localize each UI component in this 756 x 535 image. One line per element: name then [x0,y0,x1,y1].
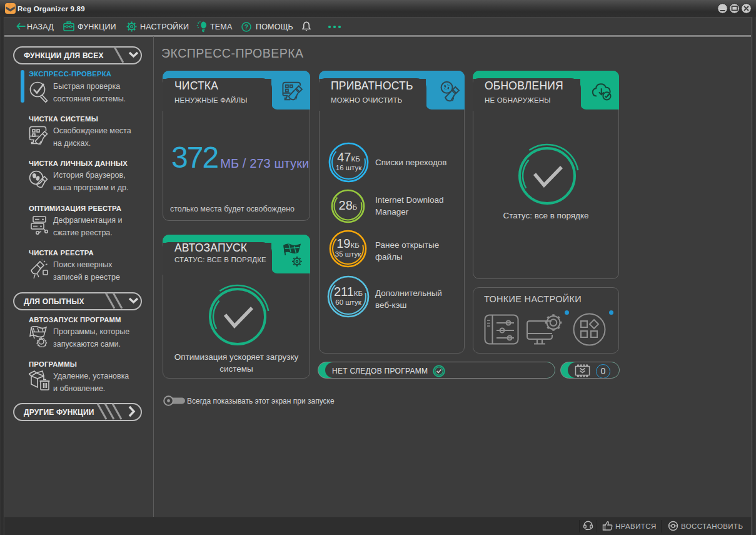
svg-text:?: ? [244,23,248,31]
